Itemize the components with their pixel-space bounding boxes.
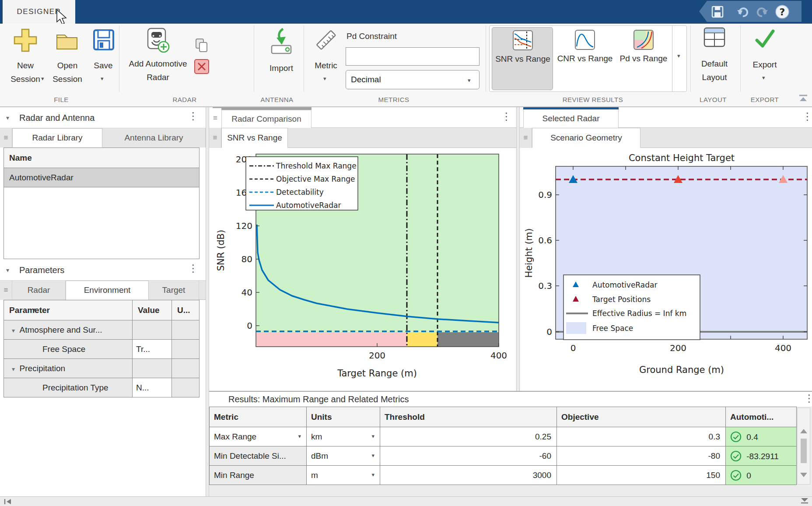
results-scrollbar[interactable] [797,408,810,485]
threshold-value[interactable]: 3000 [380,466,557,485]
new-session-dropdown-icon: ▾ [41,75,44,82]
pass-check-icon [730,470,742,481]
seek-start-icon[interactable] [4,499,12,505]
radar-library-empty[interactable] [4,187,200,259]
format-select-dropdown-icon: ▾ [468,71,471,90]
tab-radar-params[interactable]: Radar [12,281,66,300]
tab-radar-library[interactable]: Radar Library [12,128,102,148]
x-tick: 400 [490,350,507,361]
panel-menu-icon[interactable]: ⋮ [188,264,198,274]
export-button[interactable]: Export ▾ [746,25,784,91]
group-separator [690,25,691,92]
collapse-panel-icon[interactable]: ▾ [6,267,9,274]
precip-type-dropdown[interactable]: N...▾ [133,378,172,397]
scrollbar-thumb[interactable] [801,439,807,463]
save-dropdown-icon: ▾ [101,75,104,82]
format-select[interactable]: Decimal ▾ [346,70,480,89]
drag-handle-icon[interactable]: ≡ [0,128,12,148]
tab-antenna-library[interactable]: Antenna Library [102,128,206,148]
chart-title: Constant Height Target [629,153,735,163]
export-dropdown-icon: ▾ [762,74,765,81]
name-column-header: Name [4,148,200,168]
metric-ruler-icon [312,26,340,53]
units-dropdown[interactable]: m▾ [307,466,380,485]
table-row: ▾ Atmosphere and Sur... [4,320,200,340]
snr-vs-range-label: SNR vs Range [492,52,553,66]
collapse-ribbon-icon[interactable] [798,94,808,103]
objective-value[interactable]: -80 [557,446,726,466]
units-dropdown[interactable]: km▾ [307,427,380,446]
table-row: ▾ Precipitation [4,359,200,378]
metric-dropdown[interactable]: Min Detectable Si... [210,446,307,466]
table-row: Precipitation Type N...▾ [4,378,200,397]
scroll-to-bottom-icon[interactable] [800,497,809,505]
tab-selected-radar[interactable]: Selected Radar [523,109,619,128]
radar-designer-app: DESIGNER ? New Session ▾ Open Session [0,0,812,506]
scroll-down-icon[interactable] [800,473,807,477]
table-row: Min Detectable Si... dBm▾ -60 -80 -83.29… [210,446,797,466]
pink-region [256,332,407,347]
gallery-expand-button[interactable]: ▾ [672,25,687,92]
free-space-dropdown[interactable]: Tr...▾ [133,340,172,359]
group-separator [119,25,119,92]
title-bar [0,0,812,24]
metric-button[interactable]: Metric ▾ [312,25,340,91]
tab-snr-vs-range[interactable]: SNR vs Range [221,128,288,148]
metric-dropdown[interactable]: Max Range▾ [210,427,307,446]
pd-constraint-field[interactable] [346,47,480,66]
pd-constraint-input[interactable] [346,47,480,66]
center-splitter[interactable] [516,107,520,391]
left-splitter[interactable] [206,107,209,496]
save-button[interactable]: Save ▾ [89,25,117,91]
import-label: Import [262,61,301,75]
cnr-vs-range-button[interactable]: CNR vs Range [556,27,614,90]
open-session-button[interactable]: Open Session [47,25,88,91]
units-dropdown[interactable]: dBm▾ [307,446,380,466]
scenario-geometry-chart[interactable]: Constant Height Target 0.9 0.6 0.3 0 0 2… [520,148,812,391]
panel-menu-icon[interactable]: ⋮ [188,111,198,121]
panel-menu-icon[interactable]: ⋮ [804,394,812,404]
result-value: -83.2911 [744,452,779,461]
export-label: Export [746,58,784,71]
threshold-value[interactable]: 0.25 [380,427,557,446]
snr-vs-range-button[interactable]: SNR vs Range [492,27,553,90]
dropdown-icon: ▾ [371,452,374,459]
results-title: Results: Maximum Range and Related Metri… [228,392,622,407]
metric-column-header: Metric [210,407,307,427]
collapse-row-icon[interactable]: ▾ [12,327,15,334]
objective-value[interactable]: 0.3 [557,427,726,446]
add-automotive-radar-button[interactable]: Add Automotive Radar [125,25,191,91]
new-session-button[interactable]: New Session ▾ [5,25,46,91]
tab-scenario-geometry[interactable]: Scenario Geometry [532,128,640,148]
radar-library-row[interactable]: AutomotiveRadar [4,168,200,187]
duplicate-radar-icon[interactable] [195,38,209,54]
threshold-value[interactable]: -60 [380,446,557,466]
pd-constraint-label: Pd Constraint [346,32,443,43]
import-button[interactable]: Import [262,25,301,91]
tab-environment-params[interactable]: Environment [66,281,149,300]
scroll-up-icon[interactable] [800,429,807,433]
quick-save-icon[interactable] [711,6,724,18]
legend-entry: Free Space [592,324,633,333]
drag-handle-icon[interactable]: ≡ [209,108,221,128]
drag-handle-icon[interactable]: ≡ [0,281,12,300]
snr-vs-range-chart[interactable]: 200 160 120 80 40 0 200 400 Target Range… [209,148,516,391]
collapse-panel-icon[interactable]: ▾ [6,114,9,121]
panel-menu-icon[interactable]: ⋮ [501,112,511,122]
x-tick: 200 [369,350,385,361]
drag-handle-icon[interactable]: ≡ [520,128,532,148]
dropdown-icon: ▾ [371,471,374,478]
tab-target-params[interactable]: Target [149,281,199,300]
pd-vs-range-button[interactable]: Pd vs Range [616,27,671,90]
objective-value[interactable]: 150 [557,466,726,485]
tab-radar-comparison[interactable]: Radar Comparison [221,110,312,128]
default-layout-button[interactable]: Default Layout [696,25,733,91]
collapse-row-icon[interactable]: ▾ [12,365,15,372]
drag-handle-icon[interactable]: ≡ [209,128,221,148]
panel-menu-icon[interactable]: ⋮ [802,112,812,122]
delete-radar-icon[interactable] [194,59,210,74]
metric-dropdown[interactable]: Min Range [210,466,307,485]
help-icon[interactable]: ? [775,5,789,19]
redo-icon[interactable] [754,7,768,18]
undo-icon[interactable] [737,7,751,18]
